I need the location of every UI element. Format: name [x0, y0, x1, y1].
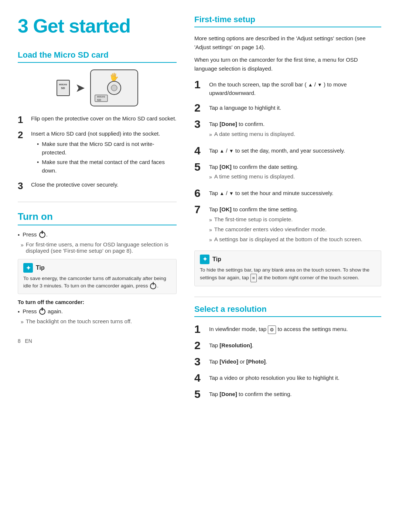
step-3-text: Close the protective cover securely.: [31, 181, 119, 188]
tri-down-4: [229, 147, 234, 154]
res-num-3: 3: [194, 356, 205, 367]
step-2-bullets: Make sure that the Micro SD card is not …: [31, 140, 177, 175]
arrow-7b-text: The camcorder enters video viewfinder mo…: [214, 225, 327, 234]
first-time-tip-box: ✦ Tip To hide the settings bar, tap any …: [194, 250, 381, 287]
turn-on-bullets: Press .: [18, 231, 177, 239]
turn-off-press-text: Press again.: [23, 307, 63, 316]
sd-card: microSD: [57, 80, 70, 96]
section-divider-right: [194, 297, 381, 297]
load-sd-section: Load the Micro SD card microSD ➤ 🖐: [18, 50, 177, 191]
cam-lens: [107, 81, 121, 95]
fts-step-2: 2 Tap a language to highlight it.: [194, 102, 381, 113]
fts-arrow-5: » A time setting menu is displayed.: [209, 173, 381, 181]
res-text-4: Tap a video or photo resolution you like…: [209, 372, 381, 382]
fts-tip-label: Tip: [212, 256, 221, 263]
photo-bold: [Photo]: [246, 358, 266, 365]
fts-text-5: Tap [OK] to confirm the date setting. » …: [209, 161, 381, 183]
turn-on-section: Turn on Press . » For first-time users, …: [18, 211, 177, 325]
first-time-intro-1: More setting options are described in th…: [194, 34, 381, 52]
arrow-symbol: »: [21, 242, 24, 248]
power-symbol: [39, 232, 45, 238]
bullet-1-text: Make sure that the Micro SD card is not …: [42, 140, 177, 157]
power-symbol-off: [39, 308, 45, 315]
fts-num-3: 3: [194, 119, 205, 130]
bullet-2: Make sure that the metal contact of the …: [31, 158, 177, 175]
res-step-5: 5 Tap [Done] to confirm the setting.: [194, 389, 381, 400]
page-layout: 3 Get started Load the Micro SD card mic…: [18, 15, 381, 405]
turn-off-bullets: Press again.: [18, 307, 177, 316]
done-bold-res: [Done]: [219, 391, 237, 397]
fts-tip-header: ✦ Tip: [200, 255, 376, 264]
video-bold: [Video]: [219, 358, 238, 365]
arrow-symbol-off: »: [21, 319, 24, 325]
res-step-3: 3 Tap [Video] or [Photo].: [194, 356, 381, 367]
fts-step-5: 5 Tap [OK] to confirm the date setting. …: [194, 161, 381, 183]
first-time-setup-title: First-time setup: [194, 15, 381, 27]
first-time-intro-2: When you turn on the camcorder for the f…: [194, 55, 381, 73]
step-2-content: Insert a Micro SD card (not supplied) in…: [31, 130, 177, 177]
res-num-2: 2: [194, 340, 205, 351]
tip-header: ✦ Tip: [23, 263, 171, 273]
tri-down-6: [229, 190, 234, 196]
arrow-3-text: A date setting menu is displayed.: [214, 130, 295, 139]
sd-card-label: microSD: [59, 83, 67, 90]
arrow-5: »: [209, 173, 212, 181]
step-num-2: 2: [18, 130, 28, 140]
res-step-2: 2 Tap [Resolution].: [194, 340, 381, 351]
tip-power-symbol: [150, 283, 156, 289]
tip-icon: ✦: [23, 263, 33, 273]
res-text-5: Tap [Done] to confirm the setting.: [209, 389, 381, 399]
load-sd-step-2: 2 Insert a Micro SD card (not supplied) …: [18, 130, 177, 177]
fts-step-7: 7 Tap [OK] to confirm the time setting. …: [194, 204, 381, 245]
fts-step-3: 3 Tap [Done] to confirm. » A date settin…: [194, 119, 381, 140]
cam-sd-slot: microSD: [95, 95, 108, 102]
fts-text-2: Tap a language to highlight it.: [209, 102, 381, 112]
fts-step-4: 4 Tap / to set the day, month, and year …: [194, 145, 381, 156]
step-num-1: 1: [18, 115, 28, 125]
fts-num-5: 5: [194, 161, 205, 173]
arrow-5-text: A time setting menu is displayed.: [214, 173, 295, 181]
chapter-name: Get started: [33, 15, 130, 37]
turn-on-arrow-text: For first-time users, a menu for OSD lan…: [26, 241, 177, 254]
camcorder-body: 🖐 microSD: [90, 69, 138, 106]
tri-up-6: [219, 190, 224, 196]
step-num-3: 3: [18, 181, 28, 191]
resolution-steps: 1 In viewfinder mode, tap ⚙ to access th…: [194, 324, 381, 400]
fts-arrow-3: » A date setting menu is displayed.: [209, 130, 381, 139]
turn-on-arrow-item: » For first-time users, a menu for OSD l…: [21, 241, 177, 254]
page-num: 8: [18, 338, 21, 344]
tip-text: To save energy, the camcorder turns off …: [23, 275, 171, 290]
triangle-up-1: [308, 81, 313, 88]
res-text-1: In viewfinder mode, tap ⚙ to access the …: [209, 324, 381, 334]
turn-on-press: Press .: [18, 231, 177, 239]
step-1-content: Flip open the protective cover on the Mi…: [31, 115, 177, 123]
turn-off-press: Press again.: [18, 307, 177, 316]
load-sd-title: Load the Micro SD card: [18, 50, 177, 63]
chapter-title: 3 Get started: [18, 15, 177, 37]
turn-off-heading: To turn off the camcorder:: [18, 299, 177, 305]
turn-off-arrow-item: » The backlight on the touch screen turn…: [21, 318, 177, 325]
cam-wrapper: microSD ➤ 🖐 microSD: [57, 69, 138, 106]
select-resolution-section: Select a resolution 1 In viewfinder mode…: [194, 304, 381, 400]
right-column: First-time setup More setting options ar…: [194, 15, 381, 405]
fts-arrow-7c: » A settings bar is displayed at the bot…: [209, 235, 381, 244]
arrow-7a-text: The first-time setup is complete.: [214, 215, 293, 224]
insert-arrow: ➤: [76, 82, 84, 94]
left-column: 3 Get started Load the Micro SD card mic…: [18, 15, 177, 405]
res-step-4: 4 Tap a video or photo resolution you li…: [194, 372, 381, 383]
fts-text-4: Tap / to set the day, month, and year su…: [209, 145, 381, 155]
fts-num-1: 1: [194, 79, 205, 90]
fts-num-7: 7: [194, 204, 205, 215]
first-time-steps: 1 On the touch screen, tap the scroll ba…: [194, 79, 381, 245]
fts-step-1: 1 On the touch screen, tap the scroll ba…: [194, 79, 381, 97]
res-num-4: 4: [194, 372, 205, 383]
res-text-3: Tap [Video] or [Photo].: [209, 356, 381, 366]
res-step-1: 1 In viewfinder mode, tap ⚙ to access th…: [194, 324, 381, 335]
triangle-down-1: [317, 81, 322, 88]
again-label: again.: [48, 308, 63, 314]
step-2-text: Insert a Micro SD card (not supplied) in…: [31, 130, 160, 137]
fts-arrow-7b: » The camcorder enters video viewfinder …: [209, 225, 381, 234]
fts-text-1: On the touch screen, tap the scroll bar …: [209, 79, 381, 97]
fts-num-2: 2: [194, 102, 205, 113]
arrow-7b: »: [209, 226, 212, 234]
